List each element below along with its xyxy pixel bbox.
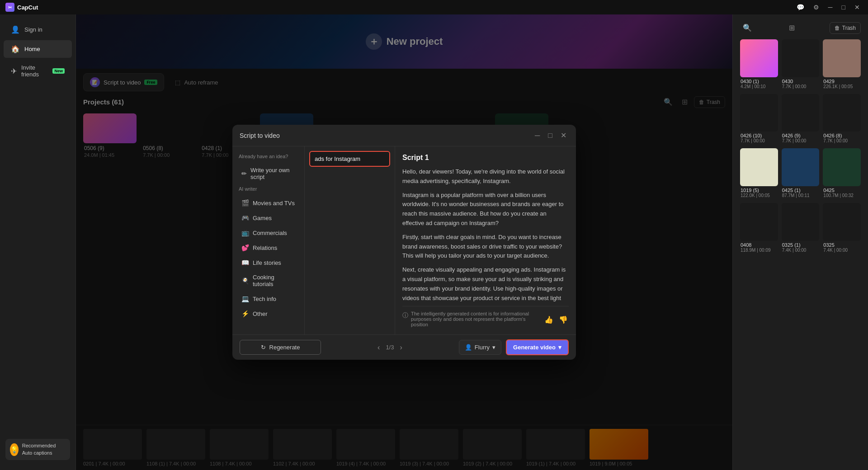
content-area: ＋ New project 📝 Script to video Free ⬚ A…: [76, 14, 732, 470]
trash-icon: 🗑: [835, 25, 840, 31]
modal-maximize-button[interactable]: □: [546, 130, 555, 141]
pencil-icon: ✏: [241, 170, 247, 177]
auto-captions-icon: 💡: [10, 443, 19, 456]
sidebar-item-signin[interactable]: 👤 Sign in: [4, 21, 72, 38]
thumb: [782, 203, 820, 241]
footer-right: 👤 Flurry ▾ Generate video ▾: [459, 339, 569, 355]
card-name: 0426 (8): [823, 133, 860, 138]
card-meta: 7.7K | 00:00: [782, 84, 819, 89]
next-page-button[interactable]: ›: [397, 343, 404, 352]
modal-nav-commercials[interactable]: 📺 Commercials: [235, 226, 302, 240]
right-search-button[interactable]: 🔍: [740, 22, 755, 34]
list-item[interactable]: 0430 7.7K | 00:00: [782, 39, 820, 90]
tech-label: Tech info: [253, 296, 276, 302]
minimize-icon[interactable]: ─: [826, 3, 835, 12]
thumb: [782, 94, 820, 132]
refresh-icon: ↻: [261, 344, 266, 351]
auto-captions-text: Recommended Auto captions: [22, 442, 66, 456]
card-meta: 7.7K | 00:00: [782, 138, 819, 143]
list-item[interactable]: 0425 100.7M | 00:32: [823, 148, 861, 199]
list-item[interactable]: 0426 (9) 7.7K | 00:00: [782, 94, 820, 145]
message-icon[interactable]: 💬: [794, 3, 807, 12]
modal-middle-panel: [305, 146, 395, 334]
tech-icon: 💻: [241, 295, 249, 302]
list-item[interactable]: 0429 226.1K | 00:05: [823, 39, 861, 90]
thumbs-down-button[interactable]: 👎: [558, 315, 569, 325]
page-indicator: 1/3: [386, 344, 394, 351]
sidebar-item-home[interactable]: 🏠 Home: [4, 40, 72, 58]
app-logo: ✂ CapCut: [5, 3, 38, 12]
movies-label: Movies and TVs: [253, 200, 295, 207]
card-name: 0425: [823, 188, 860, 193]
relations-label: Relations: [253, 244, 277, 251]
card-name: 0426 (9): [782, 133, 819, 138]
card-meta: 226.1K | 00:05: [823, 84, 860, 89]
list-item[interactable]: 0430 (1) 4.2M | 00:10: [740, 39, 778, 90]
close-icon[interactable]: ✕: [852, 3, 863, 12]
modal-close-button[interactable]: ✕: [558, 130, 569, 141]
recommended-auto-captions[interactable]: 💡 Recommended Auto captions: [5, 439, 70, 460]
thumb: [782, 148, 820, 186]
maximize-icon[interactable]: □: [839, 3, 848, 12]
list-item[interactable]: 0408 118.9M | 00:09: [740, 203, 778, 254]
thumb: [740, 94, 778, 132]
card-name: 0430: [782, 79, 819, 84]
titlebar: ✂ CapCut 💬 ⚙ ─ □ ✕: [0, 0, 868, 14]
disclaimer-text: The intelligently generated content is f…: [411, 311, 541, 327]
list-item[interactable]: 0426 (10) 7.7K | 00:00: [740, 94, 778, 145]
regenerate-button[interactable]: ↻ Regenerate: [240, 340, 321, 355]
gear-icon[interactable]: ⚙: [811, 3, 822, 12]
card-meta: 87.7M | 00:11: [782, 193, 819, 198]
card-meta: 118.9M | 00:09: [741, 248, 778, 253]
thumb: [823, 148, 861, 186]
right-grid-button[interactable]: ⊞: [786, 22, 797, 34]
sidebar-bottom: 💡 Recommended Auto captions: [0, 434, 75, 465]
modal-nav-other[interactable]: ⚡ Other: [235, 306, 302, 321]
modal-nav-lifestories[interactable]: 📖 Life stories: [235, 255, 302, 270]
modal-footer: ↻ Regenerate ‹ 1/3 › 👤 Flurry ▾: [232, 334, 576, 360]
sidebar-item-invite[interactable]: ✈ Invite friends New: [4, 60, 72, 82]
modal-minimize-button[interactable]: ─: [533, 130, 542, 141]
right-grid: 0430 (1) 4.2M | 00:10 0430 7.7K | 00:00 …: [740, 39, 861, 254]
script-paragraph: Instagram is a popular platform with ove…: [402, 191, 569, 228]
signin-label: Sign in: [24, 26, 42, 33]
list-item[interactable]: 0426 (8) 7.7K | 00:00: [823, 94, 861, 145]
games-label: Games: [253, 215, 272, 221]
modal-header: Script to video ─ □ ✕: [232, 125, 576, 146]
trash-label: Trash: [842, 25, 856, 31]
right-trash-button[interactable]: 🗑 Trash: [830, 22, 861, 34]
modal-left-nav: Already have an idea? ✏ Write your own s…: [232, 146, 305, 334]
list-item[interactable]: 1019 (5) 122.0K | 00:05: [740, 148, 778, 199]
modal-nav-cooking[interactable]: 🍳 Cooking tutorials: [235, 270, 302, 291]
already-have-idea-label: Already have an idea?: [232, 152, 304, 163]
modal-overlay: Script to video ─ □ ✕ Already have an id…: [76, 14, 732, 470]
list-item[interactable]: 0325 (1) 7.4K | 00:00: [782, 203, 820, 254]
card-name: 0325: [823, 242, 860, 248]
home-label: Home: [24, 46, 40, 52]
script-paragraph: Hello, dear viewers! Today, we're diving…: [402, 167, 569, 186]
search-input[interactable]: [309, 151, 390, 167]
info-icon: ⓘ: [402, 311, 408, 320]
thumbs-up-button[interactable]: 👍: [543, 315, 554, 325]
generate-label: Generate video: [513, 344, 556, 351]
script-content: Hello, dear viewers! Today, we're diving…: [402, 167, 569, 301]
invite-label: Invite friends: [21, 64, 47, 78]
invite-badge: New: [52, 68, 65, 74]
thumb: [823, 94, 861, 132]
card-name: 0425 (1): [782, 188, 819, 193]
list-item[interactable]: 0325 7.4K | 00:00: [823, 203, 861, 254]
flurry-button[interactable]: 👤 Flurry ▾: [459, 340, 501, 355]
modal-nav-movies[interactable]: 🎬 Movies and TVs: [235, 196, 302, 210]
card-meta: 7.4K | 00:00: [823, 248, 860, 253]
modal-nav-techinfo[interactable]: 💻 Tech info: [235, 291, 302, 306]
modal-nav-games[interactable]: 🎮 Games: [235, 211, 302, 225]
list-item[interactable]: 0425 (1) 87.7M | 00:11: [782, 148, 820, 199]
generate-video-button[interactable]: Generate video ▾: [506, 339, 569, 355]
modal-nav-relations[interactable]: 💕 Relations: [235, 240, 302, 255]
cooking-label: Cooking tutorials: [253, 274, 295, 287]
modal-controls: ─ □ ✕: [533, 130, 569, 141]
prev-page-button[interactable]: ‹: [375, 343, 382, 352]
thumb: [740, 39, 778, 77]
thumb: [740, 148, 778, 186]
modal-nav-write-script[interactable]: ✏ Write your own script: [235, 163, 302, 184]
